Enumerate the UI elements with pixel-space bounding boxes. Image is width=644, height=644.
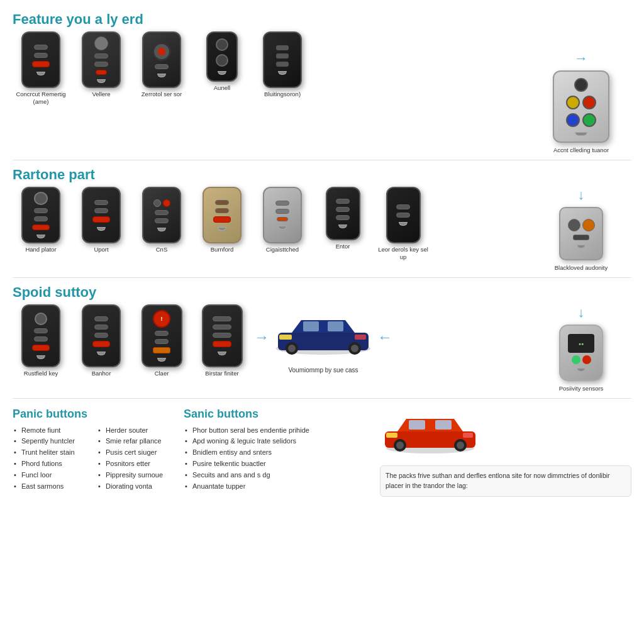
key-button — [336, 199, 350, 204]
svg-rect-19 — [463, 433, 473, 438]
sanic-list: Phor button seral bes endentie prihide A… — [184, 425, 372, 492]
list-item: Smie refar pllance — [97, 436, 176, 447]
key-button — [94, 316, 108, 321]
key-button — [34, 328, 48, 333]
svg-rect-3 — [328, 321, 343, 331]
key-label: Burnford — [211, 246, 233, 253]
sensor-screen: ●● — [568, 334, 594, 353]
key-button — [574, 78, 588, 92]
red-car-svg — [380, 408, 480, 458]
car-svg — [273, 311, 374, 361]
key-button — [573, 235, 589, 240]
key-ring — [36, 72, 45, 75]
key-fob — [82, 187, 121, 243]
list-item: Remote fiunt — [13, 425, 92, 436]
list-item: Entor — [314, 187, 371, 262]
panic-header: Panic buttons — [13, 408, 176, 421]
list-item: Herder souter — [97, 425, 176, 436]
list-item: Birstar finiter — [194, 304, 250, 377]
info-text: The packs frive suthan and derfles entlo… — [386, 472, 610, 489]
sensor-button-row — [572, 355, 591, 364]
key-button-row — [574, 78, 588, 92]
section3-header: Spoid suttoy — [13, 284, 631, 301]
red-car-image — [380, 408, 631, 460]
key-ring — [575, 132, 587, 136]
key-button — [215, 200, 229, 205]
list-item: Pusire telkentic buactler — [184, 458, 372, 470]
list-item: Vellere — [73, 31, 130, 106]
key-button — [94, 53, 108, 58]
key-ring — [157, 228, 166, 231]
key-button — [213, 325, 231, 330]
list-item: Pippresity surnoue — [97, 469, 176, 480]
key-label: Aunell — [214, 84, 230, 92]
section3-right: ↓ ●● Posiivity sensors — [531, 304, 631, 392]
key-label: Hand plator — [25, 246, 56, 253]
key-fob — [263, 31, 302, 88]
list-item: Uport — [73, 187, 130, 262]
key-button-red — [92, 216, 110, 223]
key-ring — [338, 225, 347, 228]
section1-right: → Accnt clleding tuanor — [531, 31, 631, 153]
list-item: Bnidlem entisy and snters — [184, 447, 372, 458]
key-button-red — [32, 61, 50, 67]
key-label: Concrcut Remertig (ame) — [13, 91, 69, 106]
info-right-content: The packs frive suthan and derfles entlo… — [380, 408, 631, 497]
key-ring — [577, 368, 586, 372]
section1-right-label: Accnt clleding tuanor — [553, 147, 609, 153]
list-item: Phor button seral bes endentie prihide — [184, 425, 372, 436]
key-ring — [97, 79, 106, 83]
panic-columns: Remote fiunt Sepently huntcler Trunt hel… — [13, 425, 176, 492]
key-fob — [326, 187, 360, 240]
key-button — [396, 204, 410, 209]
key-fob — [263, 187, 302, 243]
key-button-red — [213, 341, 231, 347]
section3-fob-row: Rustfield key Banhor — [13, 304, 531, 377]
section2-header: Rartone part — [13, 167, 631, 183]
left-arrow: → — [254, 328, 269, 346]
section3: Spoid suttoy Rustfield key — [13, 284, 631, 392]
key-button — [94, 36, 108, 50]
key-button-red — [163, 199, 170, 207]
key-ring — [97, 227, 106, 231]
key-button — [94, 200, 108, 205]
list-item: CnS — [133, 187, 190, 262]
bottom-section: Panic buttons Remote fiunt Sepently hunt… — [13, 408, 631, 497]
info-right-panel: The packs frive suthan and derfles entlo… — [380, 408, 631, 497]
panic-list-left: Remote fiunt Sepently huntcler Trunt hel… — [13, 425, 92, 492]
key-button — [276, 53, 289, 58]
key-fob — [21, 187, 60, 243]
key-ring — [157, 74, 166, 77]
key-button — [582, 219, 595, 231]
list-item: Apd woning & leguic lrate selidors — [184, 436, 372, 447]
car-image — [273, 311, 374, 364]
key-button-blue — [566, 113, 580, 127]
key-button — [34, 53, 48, 58]
divider — [13, 398, 631, 399]
key-label: Vellere — [92, 91, 110, 98]
key-button — [153, 347, 170, 353]
section1-header: Feature you a ly erd — [13, 11, 631, 28]
list-item: Banhor — [73, 304, 130, 377]
key-button — [396, 213, 410, 218]
key-button — [94, 325, 108, 330]
sanic-header: Sanic buttons — [184, 408, 372, 421]
key-label: Leor derols key sel up — [375, 246, 431, 262]
key-button — [94, 208, 108, 213]
section2-main: Hand plator Uport — [13, 187, 531, 271]
key-ring — [36, 235, 45, 238]
list-item: Funcl loor — [13, 469, 92, 480]
panic-col-right: Herder souter Smie refar pllance Pusis c… — [97, 425, 176, 492]
key-ring — [218, 227, 226, 231]
car-label: Voumiommp by sue cass — [288, 366, 358, 374]
key-ring — [157, 358, 166, 362]
key-button — [336, 215, 350, 220]
key-label: CnS — [156, 246, 167, 253]
svg-point-17 — [457, 441, 464, 449]
key-fob — [202, 304, 243, 367]
list-item: Zerrotol ser sor — [133, 31, 190, 106]
list-item: Bluitingsoron) — [254, 31, 311, 106]
svg-rect-2 — [303, 321, 319, 331]
list-item: Burnford — [194, 187, 250, 262]
key-ring — [399, 222, 408, 226]
